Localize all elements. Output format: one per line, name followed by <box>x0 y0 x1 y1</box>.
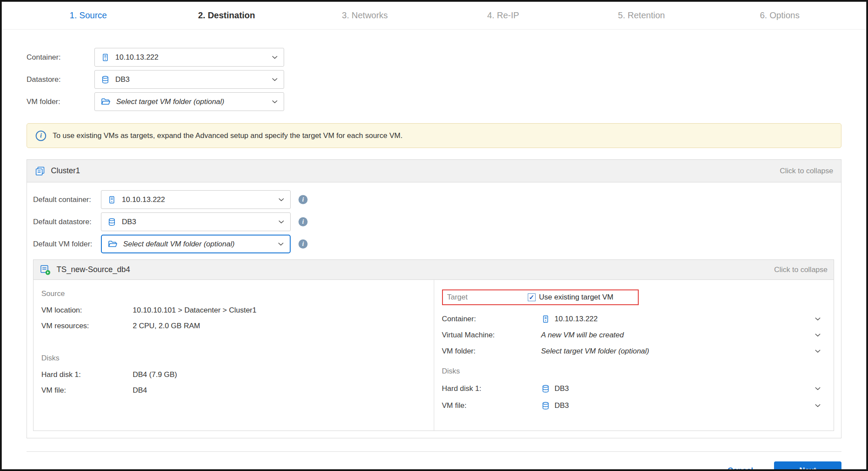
default-container-label: Default container: <box>33 195 101 204</box>
info-icon[interactable]: i <box>298 195 308 204</box>
database-icon <box>101 75 110 84</box>
target-container-value: 10.10.13.222 <box>555 314 598 324</box>
server-icon <box>101 53 110 62</box>
info-banner-text: To use existing VMs as targets, expand t… <box>53 131 402 140</box>
source-vmfile-label: VM file: <box>41 385 133 396</box>
cluster-collapse-label: Click to collapse <box>780 167 833 175</box>
target-vm-folder-value: Select target VM folder (optional) <box>541 346 650 357</box>
target-vmfile-label: VM file: <box>442 400 541 411</box>
wizard-steps: 1. Source 2. Destination 3. Networks 4. … <box>2 2 866 30</box>
step-retention[interactable]: 5. Retention <box>572 10 710 20</box>
target-section-title: Target <box>447 293 468 302</box>
target-disk-value: DB3 <box>555 384 569 394</box>
database-icon <box>541 401 550 410</box>
step-options[interactable]: 6. Options <box>710 10 849 20</box>
target-disks-title: Disks <box>442 367 821 376</box>
folder-icon <box>108 240 117 248</box>
chevron-down-icon <box>815 350 821 353</box>
next-button[interactable]: Next <box>774 461 841 471</box>
vm-folder-label: VM folder: <box>27 98 94 106</box>
default-vm-folder-dropdown[interactable]: Select default VM folder (optional) <box>101 235 291 253</box>
cluster-title: Cluster1 <box>51 166 80 175</box>
use-existing-vm-checkbox[interactable]: Use existing target VM <box>528 293 613 302</box>
chevron-down-icon <box>815 387 821 390</box>
vm-title: TS_new-Source_db4 <box>57 265 130 274</box>
container-label: Container: <box>27 53 94 62</box>
info-icon[interactable]: i <box>298 217 308 226</box>
cluster-icon <box>35 166 45 176</box>
checkbox-checked-icon <box>528 293 536 301</box>
vm-location-label: VM location: <box>41 305 133 316</box>
target-vm-folder-row[interactable]: VM folder: Select target VM folder (opti… <box>442 346 821 357</box>
step-networks[interactable]: 3. Networks <box>296 10 434 20</box>
vm-resources-row: VM resources: 2 CPU, 2.0 GB RAM <box>41 321 425 331</box>
server-icon <box>541 315 550 323</box>
vm-panel-header[interactable]: TS_new-Source_db4 Click to collapse <box>34 260 834 280</box>
target-column: Target Use existing target VM Container: <box>434 280 834 431</box>
highlight-box: Target Use existing target VM <box>442 289 639 305</box>
footer-divider <box>27 451 841 452</box>
chevron-down-icon <box>278 242 284 246</box>
target-container-row[interactable]: Container: 10.10 <box>442 314 821 324</box>
default-vm-folder-label: Default VM folder: <box>33 240 101 249</box>
database-icon <box>107 218 116 226</box>
info-icon: i <box>36 131 46 141</box>
default-vm-folder-placeholder: Select default VM folder (optional) <box>123 240 235 249</box>
target-disk-row[interactable]: Hard disk 1: DB3 <box>442 384 821 394</box>
step-reip[interactable]: 4. Re-IP <box>434 10 572 20</box>
container-dropdown[interactable]: 10.10.13.222 <box>94 48 284 67</box>
cancel-button[interactable]: Cancel <box>727 466 753 471</box>
datastore-dropdown[interactable]: DB3 <box>94 70 284 89</box>
chevron-down-icon <box>278 198 284 202</box>
vm-location-value: 10.10.10.101 > Datacenter > Cluster1 <box>133 305 256 316</box>
step-source[interactable]: 1. Source <box>19 10 158 20</box>
cluster-panel-header[interactable]: Cluster1 Click to collapse <box>27 160 841 182</box>
chevron-down-icon <box>278 220 284 224</box>
target-disk-label: Hard disk 1: <box>442 384 541 394</box>
source-disks-title: Disks <box>41 354 425 363</box>
wizard-window: 1. Source 2. Destination 3. Networks 4. … <box>0 0 868 471</box>
database-icon <box>541 384 550 393</box>
target-container-label: Container: <box>442 314 541 324</box>
vm-icon <box>40 264 51 276</box>
container-value: 10.10.13.222 <box>115 53 158 62</box>
cluster-panel: Cluster1 Click to collapse Default conta… <box>27 159 841 438</box>
folder-icon <box>101 98 111 106</box>
target-vm-folder-label: VM folder: <box>442 346 541 357</box>
source-vmfile-value: DB4 <box>133 385 147 396</box>
source-disk-label: Hard disk 1: <box>41 370 133 380</box>
destination-form: Container: 10.10.13.222 <box>27 48 841 111</box>
step-destination[interactable]: 2. Destination <box>158 10 296 20</box>
source-section-title: Source <box>41 289 425 298</box>
target-vmfile-row[interactable]: VM file: DB3 <box>442 400 821 411</box>
vm-resources-label: VM resources: <box>41 321 133 331</box>
vm-resources-value: 2 CPU, 2.0 GB RAM <box>133 321 200 331</box>
vm-folder-dropdown[interactable]: Select target VM folder (optional) <box>94 92 284 111</box>
datastore-label: Datastore: <box>27 75 94 84</box>
info-banner: i To use existing VMs as targets, expand… <box>27 123 841 148</box>
info-icon[interactable]: i <box>298 239 308 249</box>
source-column: Source VM location: 10.10.10.101 > Datac… <box>34 280 434 431</box>
vm-collapse-label: Click to collapse <box>774 266 828 274</box>
chevron-down-icon <box>815 317 821 321</box>
use-existing-vm-label: Use existing target VM <box>539 293 613 302</box>
default-datastore-value: DB3 <box>122 218 136 226</box>
vm-folder-placeholder: Select target VM folder (optional) <box>116 98 225 106</box>
vm-panel: TS_new-Source_db4 Click to collapse Sour… <box>33 259 834 431</box>
chevron-down-icon <box>272 100 278 104</box>
target-vm-row[interactable]: Virtual Machine: A new VM will be create… <box>442 330 821 340</box>
target-vm-value: A new VM will be created <box>541 330 624 340</box>
source-disk-row: Hard disk 1: DB4 (7.9 GB) <box>41 370 425 380</box>
chevron-down-icon <box>815 333 821 337</box>
default-datastore-label: Default datastore: <box>33 218 101 226</box>
vm-location-row: VM location: 10.10.10.101 > Datacenter >… <box>41 305 425 316</box>
chevron-down-icon <box>272 56 278 59</box>
target-vmfile-value: DB3 <box>555 400 569 411</box>
source-vmfile-row: VM file: DB4 <box>41 385 425 396</box>
chevron-down-icon <box>815 404 821 407</box>
default-container-value: 10.10.13.222 <box>122 195 165 204</box>
server-icon <box>107 195 116 204</box>
footer: Cancel Next <box>27 461 841 471</box>
default-datastore-dropdown[interactable]: DB3 <box>101 212 291 231</box>
default-container-dropdown[interactable]: 10.10.13.222 <box>101 190 291 209</box>
